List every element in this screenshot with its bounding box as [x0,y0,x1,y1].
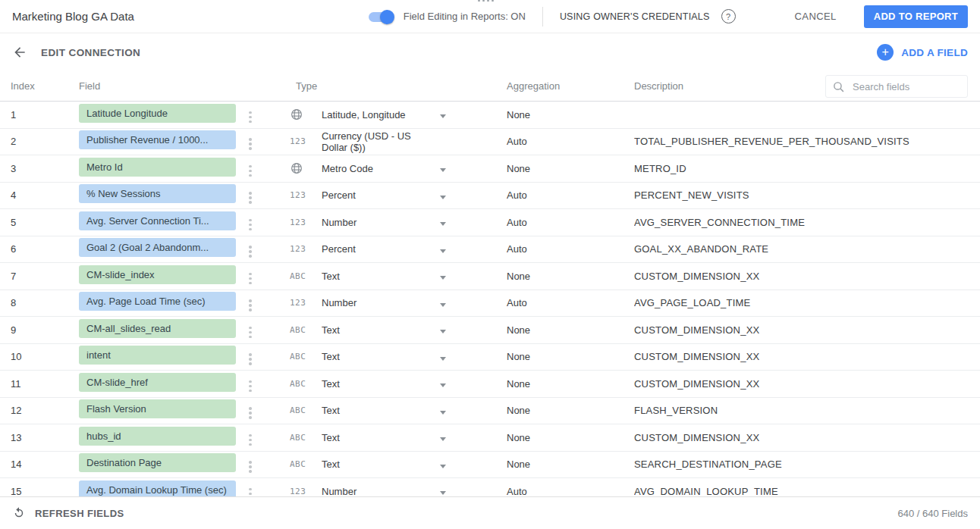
field-options-menu[interactable] [244,270,256,288]
refresh-fields-button[interactable]: REFRESH FIELDS [12,506,124,520]
add-to-report-button[interactable]: ADD TO REPORT [864,5,968,28]
search-fields-input[interactable] [851,80,960,93]
description-value[interactable]: TOTAL_PUBLISHER_REVENUE_PER_THOUSAND_VIS… [634,136,980,147]
description-value[interactable]: SEARCH_DESTINATION_PAGE [634,459,980,470]
type-dropdown-arrow[interactable] [440,357,446,361]
field-options-menu[interactable] [244,216,256,234]
field-chip[interactable]: Avg. Server Connection Ti... [79,211,236,230]
aggregation-value[interactable]: Auto [507,297,634,308]
aggregation-value[interactable]: Auto [507,189,634,201]
aggregation-value[interactable]: Auto [507,217,634,228]
field-chip[interactable]: CM-all_slides_read [79,319,236,338]
field-options-menu[interactable] [244,243,256,261]
field-chip[interactable]: CM-slide_index [79,265,236,284]
type-label[interactable]: Number [322,297,434,308]
field-options-menu[interactable] [244,135,256,153]
aggregation-value[interactable]: Auto [507,243,634,255]
type-dropdown-arrow[interactable] [440,437,446,441]
type-dropdown-arrow[interactable] [440,383,446,387]
description-value[interactable]: METRO_ID [634,163,980,174]
description-value[interactable]: CUSTOM_DIMENSION_XX [634,432,980,443]
type-dropdown-arrow[interactable] [440,491,446,495]
description-value[interactable]: CUSTOM_DIMENSION_XX [634,324,980,336]
field-options-menu[interactable] [244,189,256,207]
description-value[interactable]: CUSTOM_DIMENSION_XX [634,378,980,390]
type-label[interactable]: Text [322,432,434,443]
type-label[interactable]: Metro Code [322,163,434,174]
type-dropdown-arrow[interactable] [440,276,446,280]
type-label[interactable]: Currency (USD - US Dollar ($)) [322,130,434,153]
field-editing-toggle[interactable] [367,9,394,24]
description-value[interactable]: CUSTOM_DIMENSION_XX [634,271,980,282]
description-value[interactable]: AVG_PAGE_LOAD_TIME [634,297,980,308]
type-dropdown-arrow[interactable] [440,411,446,415]
type-dropdown-arrow[interactable] [440,168,446,172]
field-options-menu[interactable] [244,431,256,449]
field-chip[interactable]: % New Sessions [79,184,236,203]
type-label[interactable]: Text [322,459,434,470]
aggregation-value[interactable]: None [507,163,634,174]
description-value[interactable]: AVG_DOMAIN_LOOKUP_TIME [634,486,980,496]
aggregation-value[interactable]: None [507,109,634,121]
field-options-menu[interactable] [244,324,256,342]
type-dropdown-arrow[interactable] [440,330,446,333]
type-dropdown-arrow[interactable] [440,114,446,118]
description-value[interactable]: CUSTOM_DIMENSION_XX [634,351,980,362]
aggregation-value[interactable]: None [507,351,634,362]
type-dropdown-arrow[interactable] [440,222,446,226]
type-label[interactable]: Text [322,324,434,336]
type-label[interactable]: Percent [322,189,434,201]
field-chip[interactable]: Goal 2 (Goal 2 Abandonm... [79,238,236,257]
field-options-menu[interactable] [244,485,256,496]
field-chip[interactable]: intent [79,346,236,365]
field-options-menu[interactable] [244,377,256,396]
help-icon[interactable]: ? [721,9,736,23]
field-options-menu[interactable] [244,350,256,368]
edit-connection-label[interactable]: EDIT CONNECTION [41,47,140,58]
aggregation-value[interactable]: None [507,271,634,282]
type-label[interactable]: Text [322,378,434,390]
field-chip[interactable]: Latitude Longitude [79,104,236,123]
description-value[interactable]: AVG_SERVER_CONNECTION_TIME [634,217,980,228]
aggregation-value[interactable]: None [507,324,634,336]
row-index: 6 [11,243,79,255]
aggregation-value[interactable]: None [507,405,634,416]
aggregation-value[interactable]: Auto [507,136,634,147]
type-dropdown-arrow[interactable] [440,196,446,199]
field-options-menu[interactable] [244,162,256,180]
field-chip[interactable]: Metro Id [79,158,236,177]
aggregation-value[interactable]: None [507,378,634,390]
add-a-field-button[interactable]: + ADD A FIELD [877,44,968,61]
field-options-menu[interactable] [244,296,256,315]
type-label[interactable]: Percent [322,243,434,255]
type-label[interactable]: Text [322,405,434,416]
field-chip[interactable]: Flash Version [79,399,236,418]
aggregation-value[interactable]: None [507,432,634,443]
description-value[interactable]: GOAL_XX_ABANDON_RATE [634,243,980,255]
type-label[interactable]: Number [322,217,434,228]
field-chip[interactable]: Avg. Domain Lookup Time (sec) [79,480,236,496]
back-button[interactable] [9,42,30,63]
aggregation-value[interactable]: Auto [507,486,634,496]
row-index: 3 [11,163,79,174]
field-options-menu[interactable] [244,108,256,127]
field-chip[interactable]: Destination Page [79,453,236,472]
field-options-menu[interactable] [244,404,256,422]
description-value[interactable]: PERCENT_NEW_VISITS [634,189,980,201]
type-label[interactable]: Text [322,271,434,282]
field-chip[interactable]: hubs_id [79,427,236,446]
type-label[interactable]: Text [322,351,434,362]
type-label[interactable]: Number [322,486,434,496]
description-value[interactable]: FLASH_VERSION [634,405,980,416]
type-dropdown-arrow[interactable] [440,465,446,468]
type-dropdown-arrow[interactable] [440,303,446,307]
type-dropdown-arrow[interactable] [440,249,446,253]
cancel-button[interactable]: CANCEL [789,6,843,27]
field-chip[interactable]: CM-slide_href [79,373,236,392]
search-fields-box[interactable] [825,75,968,98]
aggregation-value[interactable]: None [507,459,634,470]
field-chip[interactable]: Avg. Page Load Time (sec) [79,292,236,311]
type-label[interactable]: Latitude, Longitude [322,109,434,121]
field-options-menu[interactable] [244,458,256,476]
field-chip[interactable]: Publisher Revenue / 1000... [79,130,236,149]
